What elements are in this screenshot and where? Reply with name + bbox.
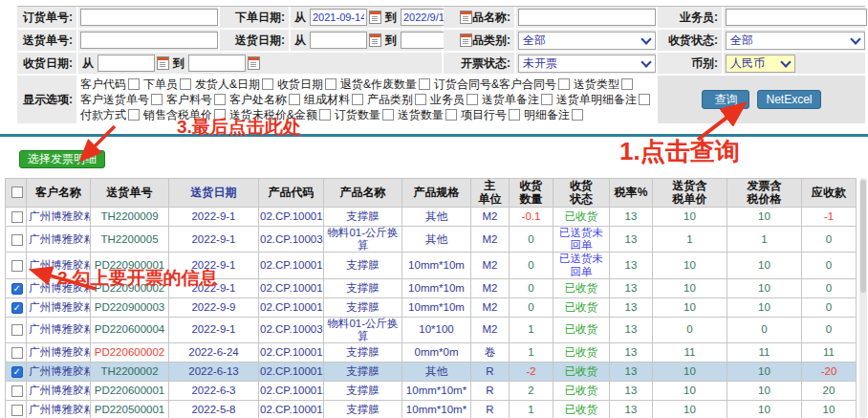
calendar-icon[interactable] [248,56,260,70]
column-header: 主单位 [471,179,510,208]
display-option-checkbox[interactable] [128,109,140,121]
currency-select[interactable]: 人民币 [726,55,795,73]
display-option-checkbox[interactable] [214,94,226,105]
display-option: 送货数量 [398,107,457,122]
table-cell: 10mm*10m [402,253,471,278]
select-invoice-detail-button[interactable]: 选择发票明细 [19,150,105,168]
display-option-checkbox[interactable] [289,94,300,105]
vertical-scrollbar[interactable] [859,178,867,418]
table-cell: 11 [653,343,727,363]
table-cell: M2 [471,227,510,253]
table-cell: 1 [510,401,553,418]
salesman-input[interactable] [726,9,867,26]
calendar-icon[interactable] [369,33,381,47]
invoice-status-label: 开票状态: [444,53,514,74]
display-option-checkbox[interactable] [352,94,363,105]
display-option-checkbox[interactable] [128,78,140,90]
display-option-checkbox[interactable] [319,109,331,121]
display-option-checkbox[interactable] [180,78,191,90]
column-header: 产品规格 [402,179,471,208]
table-cell: 支撑膜 [324,401,402,418]
column-header[interactable]: 送货日期 [169,179,259,208]
row-checkbox[interactable] [11,405,23,416]
netexcel-button[interactable]: NetExcel [757,90,820,109]
calendar-icon[interactable] [460,11,472,24]
display-option-checkbox[interactable] [621,78,633,90]
display-option-label: 客户处名称 [229,92,287,107]
column-header: 应收款 [802,179,857,208]
display-option-label: 组成材料 [304,92,350,107]
delivery-no-input[interactable] [80,32,218,49]
from-label: 从 [82,55,94,72]
row-checkbox[interactable] [11,347,23,359]
select-all-checkbox[interactable] [11,187,23,198]
column-header: 收货数量 [510,179,553,208]
table-cell: 广州博雅胶粘剂 [27,227,91,253]
product-name-input[interactable] [518,9,656,26]
table-cell: 10mm*10m* [402,401,471,418]
display-option-checkbox[interactable] [541,94,553,105]
display-option: 付款方式 [80,107,140,122]
invoice-status-select[interactable]: 未开票 [518,55,656,73]
row-checkbox[interactable] [11,385,23,397]
display-option-checkbox[interactable] [558,78,570,90]
table-cell: R [471,382,510,401]
delivery-date-from-input[interactable] [310,32,367,49]
table-cell: 其他 [402,227,471,253]
scrollbar-thumb[interactable] [860,180,866,293]
receive-date-from-input[interactable] [98,55,155,72]
row-checkbox[interactable] [11,302,23,314]
display-option: 送货单备注 [482,92,553,107]
display-option-checkbox[interactable] [415,94,426,105]
annotation-step2: 2.勾上要开票的信息 [57,266,218,291]
calendar-icon[interactable] [157,56,169,70]
display-option-checkbox[interactable] [325,78,336,90]
product-category-select[interactable]: 全部 [518,32,656,50]
table-cell: 20 [802,382,857,401]
table-cell: 13 [610,343,653,363]
row-checkbox[interactable] [11,366,23,378]
table-cell: 02.CP.10003 [259,317,324,342]
display-option-checkbox[interactable] [572,109,583,121]
table-cell: 支撑膜 [324,363,402,382]
table-cell: 10 [653,278,727,297]
table-cell: 已收货 [553,363,610,382]
row-checkbox[interactable] [11,260,23,272]
receive-date-to-input[interactable] [188,55,246,72]
table-cell: TH2200009 [91,208,169,227]
display-option-checkbox[interactable] [509,109,520,121]
table-cell: 02.CP.10001 [259,382,324,401]
order-no-input[interactable] [80,9,218,26]
row-checkbox[interactable] [11,324,23,336]
table-cell: 1 [510,343,553,363]
calendar-icon[interactable] [460,33,472,47]
table-cell: 13 [610,382,653,401]
table-cell: M2 [471,317,510,342]
display-option-checkbox[interactable] [445,109,457,121]
table-row: 广州博雅胶粘剂TH22000092022-9-102.CP.10001支撑膜其他… [6,208,857,227]
display-option-label: 送货类型 [574,77,619,92]
table-cell: M2 [471,253,510,278]
display-option-checkbox[interactable] [639,94,650,105]
row-checkbox[interactable] [11,234,23,246]
invoice-detail-table: 客户名称送货单号送货日期产品代码产品名称产品规格主单位收货数量收货状态税率%送货… [5,178,857,418]
display-option-checkbox[interactable] [262,78,273,90]
row-checkbox[interactable] [11,211,23,223]
display-option-checkbox[interactable] [382,109,394,121]
table-cell: 支撑膜 [324,382,402,401]
table-cell: 2022-9-1 [169,227,259,253]
search-button[interactable]: 查询 [702,90,749,109]
table-cell: 13 [610,401,653,418]
display-option: 明细备注 [524,107,583,122]
display-option-checkbox[interactable] [151,94,163,105]
display-option-checkbox[interactable] [419,78,430,90]
order-date-from-input[interactable] [310,9,367,26]
calendar-icon[interactable] [369,11,381,24]
display-option-checkbox[interactable] [467,94,478,105]
row-checkbox[interactable] [11,283,23,295]
table-cell: 02.CP.10001 [259,297,324,317]
table-cell: 已收货 [553,208,610,227]
display-option-label: 项目行号 [461,107,507,122]
receive-status-select[interactable]: 全部 [726,32,865,50]
display-option-label: 退货&作废数量 [340,77,417,92]
